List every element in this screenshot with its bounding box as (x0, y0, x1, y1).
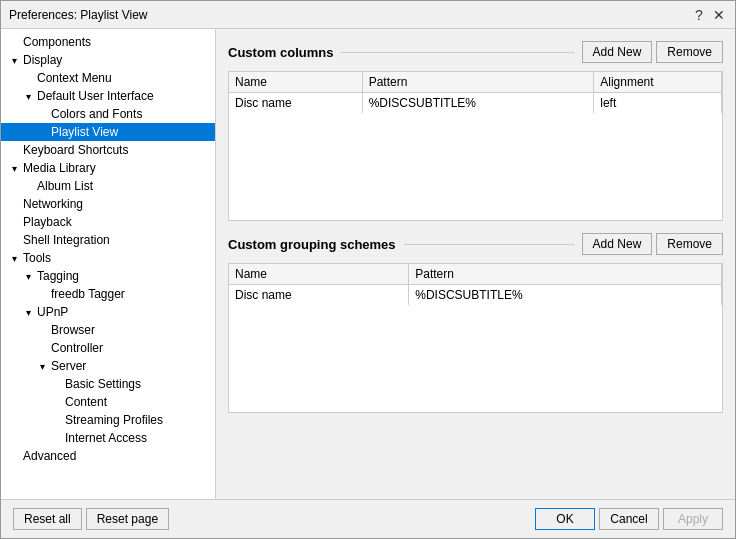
custom-columns-header-row: Name Pattern Alignment (229, 72, 722, 93)
sidebar-item-components[interactable]: Components (1, 33, 215, 51)
sidebar-item-label: Content (63, 394, 109, 410)
custom-columns-add-new-button[interactable]: Add New (582, 41, 653, 63)
sidebar-item-label: Advanced (21, 448, 78, 464)
sidebar: Components▾DisplayContext Menu▾Default U… (1, 29, 216, 499)
custom-grouping-title: Custom grouping schemes (228, 237, 396, 252)
custom-columns-table-container: Name Pattern Alignment Disc name%DISCSUB… (228, 71, 723, 221)
sidebar-item-basic-settings[interactable]: Basic Settings (1, 375, 215, 393)
sidebar-item-album-list[interactable]: Album List (1, 177, 215, 195)
cell-pattern: %DISCSUBTITLE% (362, 93, 594, 114)
tree-arrow: ▾ (21, 91, 35, 102)
ok-button[interactable]: OK (535, 508, 595, 530)
sidebar-item-content[interactable]: Content (1, 393, 215, 411)
custom-columns-buttons: Add New Remove (582, 41, 723, 63)
cancel-button[interactable]: Cancel (599, 508, 659, 530)
sidebar-item-label: Playback (21, 214, 74, 230)
tree-arrow: ▾ (7, 253, 21, 264)
cell-alignment: left (594, 93, 722, 114)
col-header-alignment: Alignment (594, 72, 722, 93)
sidebar-item-freedb-tagger[interactable]: freedb Tagger (1, 285, 215, 303)
section-divider (341, 52, 573, 53)
cell-pattern: %DISCSUBTITLE% (409, 285, 722, 306)
table-row[interactable]: Disc name%DISCSUBTITLE%left (229, 93, 722, 114)
sidebar-item-label: Context Menu (35, 70, 114, 86)
sidebar-item-label: Server (49, 358, 88, 374)
footer-left: Reset all Reset page (13, 508, 531, 530)
section-divider-2 (404, 244, 574, 245)
col-header-name-2: Name (229, 264, 409, 285)
sidebar-item-label: UPnP (35, 304, 70, 320)
sidebar-item-networking[interactable]: Networking (1, 195, 215, 213)
cell-name: Disc name (229, 93, 362, 114)
sidebar-item-label: Default User Interface (35, 88, 156, 104)
sidebar-item-label: Tagging (35, 268, 81, 284)
col-header-pattern: Pattern (362, 72, 594, 93)
sidebar-item-default-user-interface[interactable]: ▾Default User Interface (1, 87, 215, 105)
sidebar-item-internet-access[interactable]: Internet Access (1, 429, 215, 447)
custom-grouping-section: Custom grouping schemes Add New Remove N… (228, 233, 723, 413)
sidebar-item-tagging[interactable]: ▾Tagging (1, 267, 215, 285)
custom-columns-section: Custom columns Add New Remove Name Patte… (228, 41, 723, 221)
apply-button[interactable]: Apply (663, 508, 723, 530)
reset-page-button[interactable]: Reset page (86, 508, 169, 530)
sidebar-item-label: Controller (49, 340, 105, 356)
sidebar-item-display[interactable]: ▾Display (1, 51, 215, 69)
sidebar-item-label: Colors and Fonts (49, 106, 144, 122)
custom-columns-remove-button[interactable]: Remove (656, 41, 723, 63)
sidebar-item-label: Album List (35, 178, 95, 194)
tree-arrow: ▾ (7, 55, 21, 66)
sidebar-item-label: Display (21, 52, 64, 68)
sidebar-item-playback[interactable]: Playback (1, 213, 215, 231)
sidebar-item-label: Internet Access (63, 430, 149, 446)
sidebar-item-label: Media Library (21, 160, 98, 176)
sidebar-item-streaming-profiles[interactable]: Streaming Profiles (1, 411, 215, 429)
sidebar-item-label: Playlist View (49, 124, 120, 140)
sidebar-item-colors-and-fonts[interactable]: Colors and Fonts (1, 105, 215, 123)
sidebar-item-label: Streaming Profiles (63, 412, 165, 428)
tree-arrow: ▾ (35, 361, 49, 372)
sidebar-item-label: Tools (21, 250, 53, 266)
table-row[interactable]: Disc name%DISCSUBTITLE% (229, 285, 722, 306)
sidebar-item-keyboard-shortcuts[interactable]: Keyboard Shortcuts (1, 141, 215, 159)
main-panel: Custom columns Add New Remove Name Patte… (216, 29, 735, 499)
sidebar-item-label: Browser (49, 322, 97, 338)
custom-grouping-buttons: Add New Remove (582, 233, 723, 255)
sidebar-item-browser[interactable]: Browser (1, 321, 215, 339)
sidebar-item-context-menu[interactable]: Context Menu (1, 69, 215, 87)
custom-grouping-table-container: Name Pattern Disc name%DISCSUBTITLE% (228, 263, 723, 413)
custom-grouping-header-row: Name Pattern (229, 264, 722, 285)
sidebar-item-label: Components (21, 34, 93, 50)
sidebar-item-label: Basic Settings (63, 376, 143, 392)
sidebar-item-shell-integration[interactable]: Shell Integration (1, 231, 215, 249)
sidebar-item-playlist-view[interactable]: Playlist View (1, 123, 215, 141)
sidebar-item-upnp[interactable]: ▾UPnP (1, 303, 215, 321)
reset-all-button[interactable]: Reset all (13, 508, 82, 530)
custom-columns-header: Custom columns Add New Remove (228, 41, 723, 63)
sidebar-item-tools[interactable]: ▾Tools (1, 249, 215, 267)
custom-columns-table: Name Pattern Alignment Disc name%DISCSUB… (229, 72, 722, 113)
sidebar-item-server[interactable]: ▾Server (1, 357, 215, 375)
content-area: Components▾DisplayContext Menu▾Default U… (1, 29, 735, 499)
tree-arrow: ▾ (21, 271, 35, 282)
sidebar-item-advanced[interactable]: Advanced (1, 447, 215, 465)
cell-name: Disc name (229, 285, 409, 306)
sidebar-item-label: Shell Integration (21, 232, 112, 248)
footer: Reset all Reset page OK Cancel Apply (1, 499, 735, 538)
custom-grouping-header: Custom grouping schemes Add New Remove (228, 233, 723, 255)
tree-arrow: ▾ (21, 307, 35, 318)
col-header-pattern-2: Pattern (409, 264, 722, 285)
custom-grouping-remove-button[interactable]: Remove (656, 233, 723, 255)
title-bar-controls: ? ✕ (691, 7, 727, 23)
close-button[interactable]: ✕ (711, 7, 727, 23)
custom-columns-title: Custom columns (228, 45, 333, 60)
sidebar-item-media-library[interactable]: ▾Media Library (1, 159, 215, 177)
preferences-window: Preferences: Playlist View ? ✕ Component… (0, 0, 736, 539)
col-header-name: Name (229, 72, 362, 93)
window-title: Preferences: Playlist View (9, 8, 148, 22)
tree-arrow: ▾ (7, 163, 21, 174)
help-button[interactable]: ? (691, 7, 707, 23)
title-bar: Preferences: Playlist View ? ✕ (1, 1, 735, 29)
sidebar-item-label: Networking (21, 196, 85, 212)
sidebar-item-controller[interactable]: Controller (1, 339, 215, 357)
custom-grouping-add-new-button[interactable]: Add New (582, 233, 653, 255)
